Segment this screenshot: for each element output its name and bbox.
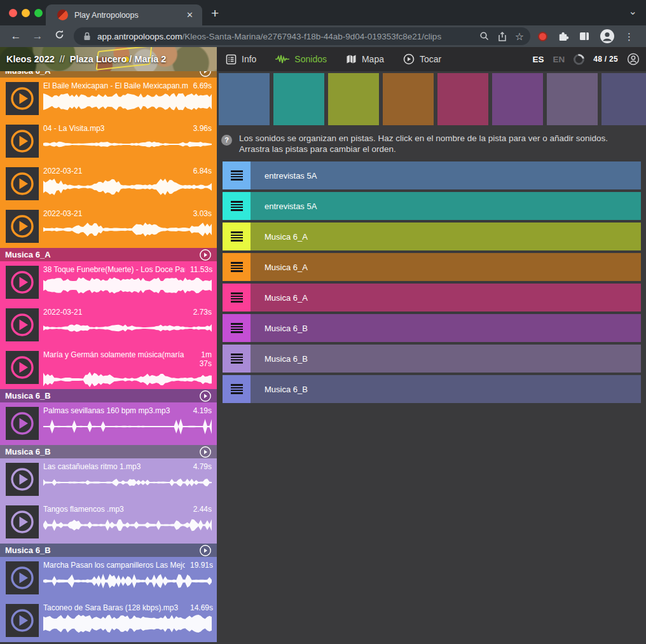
track-drag-handle[interactable] xyxy=(223,223,251,250)
drag-bar xyxy=(231,174,243,175)
bookmark-star-icon[interactable]: ☆ xyxy=(515,31,524,43)
clips-sidebar[interactable]: Musica 6_A El Baile Mexicapan - El Baile… xyxy=(0,71,217,644)
clip-waveform[interactable] xyxy=(43,135,212,154)
clip-play-button[interactable] xyxy=(6,463,39,496)
clip-title-row: Marcha Pasan los campanilleros Las Mejor… xyxy=(43,561,212,570)
clip-waveform[interactable] xyxy=(43,220,212,239)
track-row[interactable]: Musica 6_B xyxy=(223,345,641,373)
clip-body: El Baile Mexicapan - El Baile Mexicapan.… xyxy=(43,78,212,111)
back-button[interactable]: ← xyxy=(5,30,27,43)
clip-play-button[interactable] xyxy=(6,308,39,341)
nav-tab-info[interactable]: Info xyxy=(226,54,256,65)
macos-minimize-button[interactable] xyxy=(22,9,30,17)
track-name-bar[interactable]: Musica 6_A xyxy=(251,284,641,312)
clip-waveform[interactable] xyxy=(43,92,212,111)
expand-section-icon[interactable] xyxy=(199,544,212,557)
track-drag-handle[interactable] xyxy=(223,161,251,189)
macos-fullscreen-button[interactable] xyxy=(34,9,43,17)
reload-button[interactable] xyxy=(48,29,70,43)
section-header[interactable]: Musica 6_A xyxy=(0,71,217,78)
section-header[interactable]: Musica 6_B xyxy=(0,389,217,402)
tab-search-chevron-icon[interactable]: ⌄ xyxy=(629,5,637,17)
clip-play-button[interactable] xyxy=(6,167,39,200)
breadcrumb[interactable]: Kleos 2022 // Plaza Lucero / María 2 xyxy=(6,47,166,71)
track-row[interactable]: entrevistas 5A xyxy=(223,192,641,220)
clip-waveform[interactable] xyxy=(43,370,212,389)
expand-section-icon[interactable] xyxy=(199,446,212,458)
address-bar[interactable]: app.antropoloops.com/Kleos-Santa-Marina/… xyxy=(74,27,530,45)
track-name-bar[interactable]: Musica 6_B xyxy=(251,314,641,342)
track-row[interactable]: Musica 6_B xyxy=(223,314,641,342)
nav-tab-sonidos[interactable]: Sonidos xyxy=(275,54,327,64)
clip-waveform[interactable] xyxy=(43,417,212,436)
track-color-swatch xyxy=(601,73,646,125)
nav-label-mapa: Mapa xyxy=(362,54,384,64)
track-name-bar[interactable]: Musica 6_A xyxy=(251,253,641,281)
play-icon xyxy=(6,505,39,538)
expand-section-icon[interactable] xyxy=(199,71,212,78)
clip-waveform[interactable] xyxy=(43,614,212,633)
clip-waveform[interactable] xyxy=(43,516,212,535)
clip-waveform[interactable] xyxy=(43,177,212,196)
track-row[interactable]: Musica 6_A xyxy=(223,253,641,281)
track-name-bar[interactable]: Musica 6_B xyxy=(251,375,641,403)
profile-avatar[interactable] xyxy=(600,29,615,44)
play-icon xyxy=(6,463,39,496)
track-row[interactable]: Musica 6_B xyxy=(223,375,641,403)
account-icon[interactable] xyxy=(627,53,640,65)
section-header[interactable]: Musica 6_B xyxy=(0,544,217,557)
track-drag-handle[interactable] xyxy=(223,284,251,312)
clip-waveform[interactable] xyxy=(43,572,212,591)
zoom-page-button[interactable] xyxy=(479,31,490,41)
clip-play-button[interactable] xyxy=(6,125,39,158)
clip-waveform[interactable] xyxy=(43,473,212,492)
reload-icon xyxy=(54,29,65,40)
macos-close-button[interactable] xyxy=(9,9,17,17)
clip-play-button[interactable] xyxy=(6,604,39,637)
clip-play-button[interactable] xyxy=(6,561,39,594)
clip-play-button[interactable] xyxy=(6,407,39,440)
clip-waveform[interactable] xyxy=(43,276,212,295)
section-header[interactable]: Musica 6_A xyxy=(0,248,217,261)
clip-waveform[interactable] xyxy=(43,319,212,338)
browser-menu-icon[interactable]: ⋮ xyxy=(624,35,634,38)
track-drag-handle[interactable] xyxy=(223,345,251,373)
side-panel-icon[interactable] xyxy=(579,31,590,42)
track-drag-handle[interactable] xyxy=(223,192,251,220)
breadcrumb-separator: // xyxy=(60,54,65,64)
new-tab-button[interactable]: + xyxy=(211,6,219,21)
track-name-bar[interactable]: entrevistas 5A xyxy=(251,192,641,220)
track-drag-handle[interactable] xyxy=(223,253,251,281)
forward-button[interactable]: → xyxy=(27,30,48,43)
track-name-bar[interactable]: Musica 6_B xyxy=(251,345,641,373)
track-name-bar[interactable]: entrevistas 5A xyxy=(251,161,641,189)
track-name-bar[interactable]: Musica 6_A xyxy=(251,223,641,250)
clip-play-button[interactable] xyxy=(6,266,39,299)
clip-play-button[interactable] xyxy=(6,210,39,243)
browser-tab[interactable]: Play Antropoloops ✕ xyxy=(46,4,202,25)
track-row[interactable]: Musica 6_A xyxy=(223,223,641,250)
clip-play-button[interactable] xyxy=(6,351,39,384)
section-header[interactable]: Musica 6_B xyxy=(0,445,217,458)
nav-tab-mapa[interactable]: Mapa xyxy=(346,54,384,64)
clip-play-button[interactable] xyxy=(6,82,39,115)
clip-play-button[interactable] xyxy=(6,505,39,538)
extensions-puzzle-icon[interactable] xyxy=(557,31,569,43)
share-button[interactable] xyxy=(497,31,507,42)
play-icon xyxy=(6,308,39,341)
recording-indicator-icon[interactable] xyxy=(538,32,547,41)
tab-close-icon[interactable]: ✕ xyxy=(184,9,196,21)
lang-toggle-en[interactable]: EN xyxy=(553,55,565,64)
app-header: Kleos 2022 // Plaza Lucero / María 2 Inf… xyxy=(0,47,646,71)
clip-duration: 19.91s xyxy=(190,561,212,570)
track-row[interactable]: Musica 6_A xyxy=(223,284,641,312)
drag-bar xyxy=(231,359,243,361)
nav-tab-tocar[interactable]: Tocar xyxy=(403,53,441,65)
expand-section-icon[interactable] xyxy=(199,390,212,402)
track-row[interactable]: entrevistas 5A xyxy=(223,161,641,189)
track-drag-handle[interactable] xyxy=(223,375,251,403)
play-icon xyxy=(6,407,39,440)
track-drag-handle[interactable] xyxy=(223,314,251,342)
expand-section-icon[interactable] xyxy=(199,249,212,261)
lang-toggle-es[interactable]: ES xyxy=(532,55,544,64)
